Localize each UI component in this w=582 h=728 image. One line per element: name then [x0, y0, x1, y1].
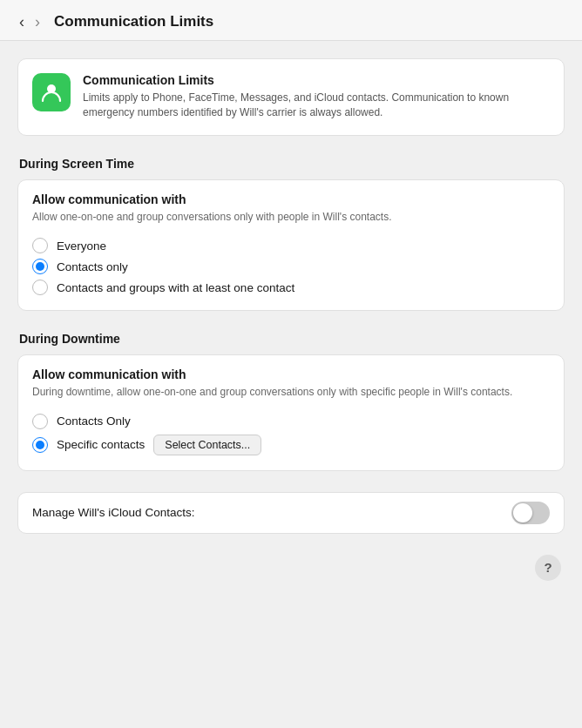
- content-area: Communication Limits Limits apply to Pho…: [0, 41, 582, 728]
- downtime-radio-specific-contacts-input[interactable]: [32, 437, 48, 453]
- screen-time-radio-everyone[interactable]: Everyone: [32, 235, 550, 256]
- downtime-radio-contacts-only-input[interactable]: [32, 414, 48, 429]
- screen-time-section-label: During Screen Time: [17, 157, 565, 171]
- manage-icloud-row: Manage Will's iCloud Contacts:: [17, 492, 565, 534]
- app-icon: [32, 73, 71, 111]
- screen-time-radio-everyone-input[interactable]: [32, 238, 48, 253]
- page-title: Communication Limits: [54, 13, 213, 30]
- screen-time-panel-desc: Allow one-on-one and group conversations…: [32, 210, 550, 225]
- downtime-radio-specific-contacts-row: Specific contacts Select Contacts...: [32, 432, 550, 458]
- app-card: Communication Limits Limits apply to Pho…: [17, 58, 565, 136]
- header: ‹ › Communication Limits: [0, 0, 582, 41]
- communication-limits-icon: [39, 80, 64, 104]
- downtime-section-label: During Downtime: [17, 332, 565, 346]
- help-button[interactable]: ?: [535, 555, 561, 581]
- screen-time-radio-contacts-only[interactable]: Contacts only: [32, 256, 550, 277]
- screen-time-radio-everyone-label: Everyone: [57, 239, 106, 253]
- downtime-radio-contacts-only[interactable]: Contacts Only: [32, 411, 550, 432]
- screen-time-radio-contacts-groups-input[interactable]: [32, 280, 48, 295]
- screen-time-panel: Allow communication with Allow one-on-on…: [17, 179, 565, 311]
- screen-time-radio-contacts-only-label: Contacts only: [57, 260, 128, 273]
- select-contacts-button[interactable]: Select Contacts...: [153, 435, 261, 455]
- screen-time-panel-title: Allow communication with: [32, 192, 550, 206]
- forward-button[interactable]: ›: [30, 12, 45, 31]
- screen-time-radio-contacts-only-input[interactable]: [32, 259, 48, 274]
- downtime-radio-contacts-only-label: Contacts Only: [57, 415, 131, 428]
- screen-time-radio-contacts-groups[interactable]: Contacts and groups with at least one co…: [32, 277, 550, 298]
- downtime-panel-title: Allow communication with: [32, 367, 550, 381]
- manage-icloud-toggle[interactable]: [511, 502, 550, 524]
- screen-time-radio-contacts-groups-label: Contacts and groups with at least one co…: [57, 281, 294, 294]
- help-row: ?: [17, 555, 565, 581]
- back-button[interactable]: ‹: [14, 12, 30, 31]
- downtime-panel: Allow communication with During downtime…: [17, 354, 565, 470]
- app-card-description: Limits apply to Phone, FaceTime, Message…: [83, 91, 550, 121]
- downtime-radio-specific-contacts-label: Specific contacts: [57, 438, 145, 451]
- app-info: Communication Limits Limits apply to Pho…: [83, 73, 550, 121]
- downtime-panel-desc: During downtime, allow one-on-one and gr…: [32, 385, 550, 400]
- manage-icloud-label: Manage Will's iCloud Contacts:: [32, 506, 194, 519]
- app-card-title: Communication Limits: [83, 73, 550, 87]
